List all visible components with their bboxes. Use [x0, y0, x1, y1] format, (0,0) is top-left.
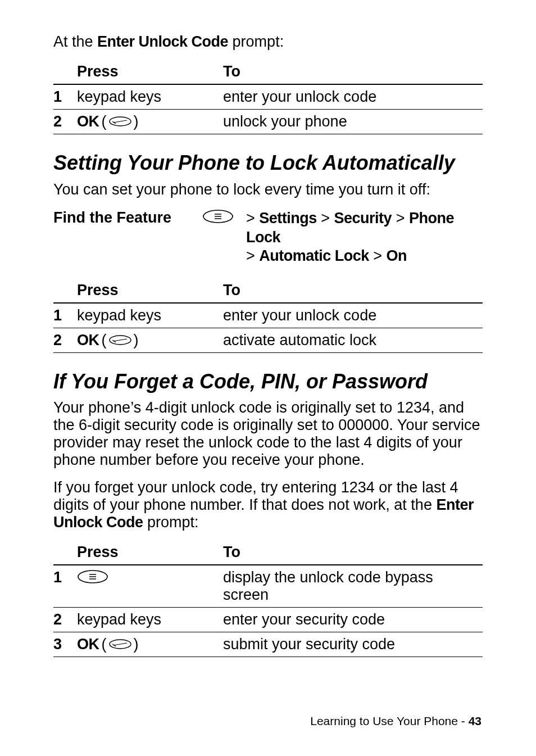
row-press: OK ( ): [77, 110, 223, 134]
autolock-heading: Setting Your Phone to Lock Automatically: [53, 151, 483, 175]
bypass-table: Press To 1 display the unl: [53, 541, 483, 657]
menu-key-icon: [77, 569, 108, 588]
footer-sep: -: [458, 714, 469, 727]
row-num: 3: [53, 632, 77, 657]
table-row: 2 OK ( ) unlock your phone: [53, 110, 483, 134]
ok-label: OK: [77, 636, 99, 653]
table3-head-to: To: [223, 541, 483, 565]
left-paren: (: [102, 113, 107, 130]
row-press: keypad keys: [77, 84, 223, 110]
row-num: 2: [53, 608, 77, 632]
row-num: 1: [53, 303, 77, 328]
intro-code: Enter Unlock Code: [97, 33, 228, 50]
table2-head-to: To: [223, 279, 483, 303]
path-autolock: Automatic Lock: [259, 247, 369, 264]
row-to: enter your unlock code: [223, 303, 483, 328]
right-paren: ): [134, 113, 139, 130]
footer-section: Learning to Use Your Phone: [310, 714, 458, 727]
row-press: keypad keys: [77, 608, 223, 632]
row-num: 2: [53, 328, 77, 353]
table-row: 3 OK ( ) submit your security code: [53, 632, 483, 657]
find-feature-row: Find the Feature > Settings > Security >…: [53, 209, 483, 266]
intro-line: At the Enter Unlock Code prompt:: [53, 33, 483, 51]
table3-head-press: Press: [77, 541, 223, 565]
table1-head-press: Press: [77, 61, 223, 84]
unlock-table: Press To 1 keypad keys enter your unlock…: [53, 61, 483, 134]
right-paren: ): [134, 332, 139, 349]
forget-paragraph-2: If you forget your unlock code, try ente…: [53, 479, 483, 531]
row-num: 2: [53, 110, 77, 134]
row-to: activate automatic lock: [223, 328, 483, 353]
intro-prefix: At the: [53, 33, 97, 50]
row-press: OK ( ): [77, 632, 223, 657]
row-to: submit your security code: [223, 632, 483, 657]
softkey-icon: [109, 113, 131, 130]
table-row: 1 keypad keys enter your unlock code: [53, 84, 483, 110]
find-feature-path: > Settings > Security > Phone Lock > Aut…: [246, 209, 483, 266]
row-to: enter your security code: [223, 608, 483, 632]
forget-paragraph-1: Your phone’s 4-digit unlock code is orig…: [53, 399, 483, 469]
footer-pagenum: 43: [469, 714, 482, 727]
table-row: 2 keypad keys enter your security code: [53, 608, 483, 632]
table2-head-press: Press: [77, 279, 223, 303]
autolock-table: Press To 1 keypad keys enter your unlock…: [53, 279, 483, 353]
forget2-post: prompt:: [143, 514, 199, 531]
row-to: display the unlock code bypass screen: [223, 565, 483, 608]
left-paren: (: [102, 332, 107, 349]
table-row: 1 display the unlock code bypass screen: [53, 565, 483, 608]
find-feature-label: Find the Feature: [53, 209, 202, 227]
softkey-icon: [109, 332, 131, 349]
softkey-icon: [109, 636, 131, 653]
row-press: OK ( ): [77, 328, 223, 353]
menu-key-icon: [202, 209, 246, 226]
row-press: [77, 565, 223, 608]
ok-label: OK: [77, 113, 99, 130]
table-row: 2 OK ( ) activate automatic lock: [53, 328, 483, 353]
table-row: 1 keypad keys enter your unlock code: [53, 303, 483, 328]
row-press: keypad keys: [77, 303, 223, 328]
row-to: enter your unlock code: [223, 84, 483, 110]
row-to: unlock your phone: [223, 110, 483, 134]
forget-heading: If You Forget a Code, PIN, or Password: [53, 370, 483, 393]
left-paren: (: [102, 636, 107, 653]
ok-label: OK: [77, 332, 99, 349]
table1-head-to: To: [223, 61, 483, 84]
intro-suffix: prompt:: [228, 33, 284, 50]
right-paren: ): [134, 636, 139, 653]
row-num: 1: [53, 565, 77, 608]
path-on: On: [387, 247, 407, 264]
path-settings: Settings: [259, 210, 317, 227]
page-footer: Learning to Use Your Phone - 43: [310, 714, 482, 728]
forget2-pre: If you forget your unlock code, try ente…: [53, 479, 458, 513]
autolock-paragraph: You can set your phone to lock every tim…: [53, 180, 483, 198]
path-security: Security: [334, 210, 392, 227]
row-num: 1: [53, 84, 77, 110]
